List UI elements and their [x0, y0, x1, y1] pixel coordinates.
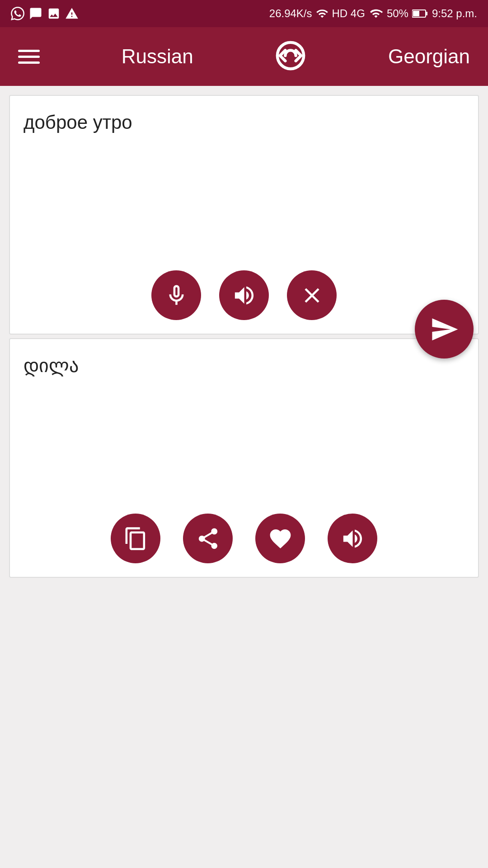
target-speaker-button[interactable]	[328, 514, 377, 563]
main-content: доброе утро	[0, 86, 488, 587]
status-info: 26.94K/s HD 4G 50% 9:52 p.m.	[269, 7, 477, 20]
warning-icon	[65, 7, 79, 20]
battery-level: 50%	[387, 7, 408, 20]
status-bar: 26.94K/s HD 4G 50% 9:52 p.m.	[0, 0, 488, 27]
send-button[interactable]	[415, 300, 474, 359]
toolbar: Russian Georgian	[0, 27, 488, 86]
time: 9:52 p.m.	[432, 7, 477, 20]
wifi-icon	[316, 7, 328, 20]
menu-button[interactable]	[18, 50, 40, 64]
svg-rect-2	[426, 12, 427, 15]
network-type: HD 4G	[332, 7, 365, 20]
swap-icon	[275, 40, 306, 71]
mic-button[interactable]	[151, 270, 201, 320]
share-icon	[196, 526, 221, 551]
target-actions	[10, 514, 478, 563]
whatsapp-icon	[11, 7, 24, 20]
status-icons	[11, 7, 79, 20]
clear-button[interactable]	[287, 270, 337, 320]
speaker-button[interactable]	[219, 270, 269, 320]
target-panel: დილა	[9, 338, 479, 578]
battery-icon	[412, 9, 428, 18]
speed-indicator: 26.94K/s	[269, 7, 312, 20]
svg-rect-1	[413, 11, 419, 16]
source-text[interactable]: доброе утро	[10, 96, 478, 150]
clear-icon	[300, 283, 324, 308]
source-panel: доброе утро	[9, 95, 479, 335]
source-language[interactable]: Russian	[122, 45, 193, 68]
favorite-button[interactable]	[255, 514, 305, 563]
target-speaker-icon	[340, 526, 365, 551]
speaker-icon	[232, 283, 257, 308]
target-text: დილა	[10, 339, 478, 393]
source-actions	[10, 270, 478, 320]
swap-button[interactable]	[275, 40, 306, 73]
target-language[interactable]: Georgian	[388, 45, 470, 68]
image-icon	[47, 7, 61, 20]
signal-icon	[369, 7, 383, 20]
heart-icon	[268, 526, 293, 551]
message-icon	[29, 7, 42, 20]
copy-button[interactable]	[111, 514, 160, 563]
share-button[interactable]	[183, 514, 233, 563]
mic-icon	[164, 283, 189, 308]
copy-icon	[123, 526, 148, 551]
send-icon	[430, 315, 459, 344]
